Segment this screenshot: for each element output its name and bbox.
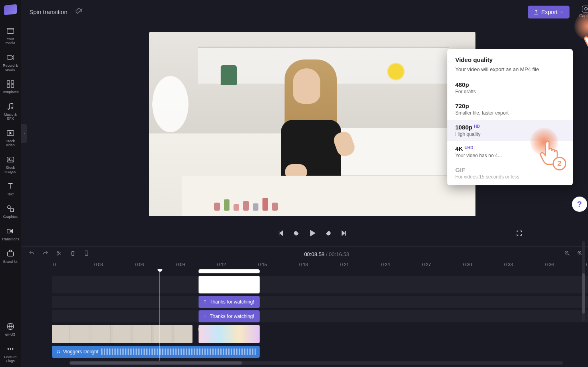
sidebar-label: Your media: [2, 37, 19, 45]
svg-point-6: [8, 108, 9, 110]
clip-media-white[interactable]: [199, 276, 260, 293]
timeline-tracks[interactable]: Thanks for watching! Thanks for watching…: [21, 269, 588, 361]
sidebar-item-transitions[interactable]: Transitions: [0, 223, 21, 245]
timeline-panel: 00:08.58 / 00:16.53 00:030:060:090:120:1…: [21, 246, 588, 367]
transitions-icon: [6, 227, 15, 236]
rewind-button[interactable]: [293, 230, 300, 238]
sidebar-item-record[interactable]: Record & create: [0, 49, 21, 76]
content-area: ? 00:08.58 / 00:16.53: [21, 24, 588, 367]
camera-icon: [6, 53, 15, 62]
brandkit-icon: [6, 249, 15, 258]
timeline-toolbar: 00:08.58 / 00:16.53: [21, 247, 588, 261]
sidebar-item-graphics[interactable]: Graphics: [0, 200, 21, 223]
sidebar-item-stock-images[interactable]: Stock images: [0, 151, 21, 178]
sidebar-item-flags[interactable]: Feature Flags: [0, 340, 21, 367]
play-button[interactable]: [308, 229, 317, 239]
svg-rect-14: [8, 252, 14, 256]
cc-icon: CC: [582, 6, 588, 12]
quality-option-4k[interactable]: 4KUHD Your video has no 4…: [447, 141, 573, 162]
svg-rect-3: [11, 81, 14, 83]
clip-text-2[interactable]: Thanks for watching!: [199, 310, 260, 322]
export-dropdown-title: Video quality: [447, 56, 573, 65]
svg-rect-12: [10, 209, 13, 211]
svg-point-21: [57, 254, 58, 255]
playback-controls: [21, 224, 588, 246]
text-icon: [6, 182, 15, 191]
undo-button[interactable]: [29, 250, 35, 258]
svg-rect-0: [7, 29, 14, 34]
sidebar-item-your-media[interactable]: Your media: [0, 23, 21, 49]
svg-point-10: [9, 158, 10, 160]
help-button[interactable]: ?: [572, 197, 587, 212]
clip-video-main[interactable]: [52, 325, 193, 343]
sidebar-item-templates[interactable]: Templates: [0, 76, 21, 98]
upload-icon: [533, 9, 539, 15]
svg-point-11: [8, 206, 10, 209]
svg-point-25: [57, 353, 57, 353]
video-preview[interactable]: [149, 32, 475, 216]
sidebar-label: Stock images: [2, 166, 19, 174]
quality-option-gif[interactable]: GIF For videos 15 seconds or less: [447, 162, 573, 184]
export-button[interactable]: Export: [528, 6, 570, 18]
sidebar-item-stock-video[interactable]: Stock video: [0, 125, 21, 151]
timecode-display: 00:08.58 / 00:16.53: [97, 251, 557, 257]
export-dropdown-subtitle: Your video will export as an MP4 file: [447, 65, 573, 77]
redo-button[interactable]: [42, 250, 49, 258]
zoom-out-button[interactable]: [564, 250, 570, 258]
phone-preview-button[interactable]: [83, 250, 90, 258]
quality-option-1080p[interactable]: 1080pHD High quality: [447, 120, 573, 141]
captions-button[interactable]: CC Captions: [579, 6, 588, 18]
sidebar-label: Templates: [2, 90, 18, 94]
export-label: Export: [541, 9, 557, 15]
chevron-down-icon: [560, 10, 564, 14]
sidebar-item-locale[interactable]: en-US: [0, 318, 21, 340]
sidebar-label: Transitions: [2, 237, 19, 241]
clip-audio[interactable]: Vloggers Delight: [52, 346, 260, 358]
templates-icon: [6, 80, 15, 88]
quality-option-480p[interactable]: 480p For drafts: [447, 77, 573, 98]
timeline-scrollbar-horizontal[interactable]: [70, 361, 563, 365]
svg-point-18: [12, 349, 13, 350]
current-time: 00:08.58: [304, 251, 325, 257]
sidebar-label: en-US: [5, 332, 16, 336]
project-title[interactable]: Spin transition: [29, 8, 68, 15]
app-logo[interactable]: [4, 4, 17, 15]
skip-forward-button[interactable]: [340, 230, 347, 238]
text-icon: [203, 314, 207, 319]
total-time: 00:16.53: [329, 251, 349, 257]
sidebar-label: Record & create: [2, 64, 19, 72]
top-bar: Spin transition Export CC Captions: [21, 0, 588, 24]
split-button[interactable]: [56, 250, 62, 258]
captions-label: Captions: [579, 14, 588, 18]
music-icon: [6, 102, 15, 111]
clip-overlay[interactable]: [199, 269, 260, 273]
fullscreen-button[interactable]: [516, 230, 523, 238]
media-icon: [6, 27, 15, 35]
playhead[interactable]: [160, 269, 160, 361]
dots-icon: [6, 344, 15, 353]
svg-rect-5: [11, 85, 14, 87]
svg-point-20: [57, 251, 58, 252]
clip-video-holo[interactable]: [199, 325, 260, 343]
sidebar-item-music[interactable]: Music & SFX: [0, 98, 21, 125]
svg-point-26: [59, 352, 59, 353]
sidebar-label: Text: [7, 192, 14, 196]
sidebar-item-text[interactable]: Text: [0, 178, 21, 200]
delete-button[interactable]: [70, 250, 76, 258]
cloud-off-icon[interactable]: [76, 7, 84, 17]
timeline-scrollbar-vertical[interactable]: [582, 241, 585, 322]
clip-text-1[interactable]: Thanks for watching!: [199, 296, 260, 308]
sidebar-label: Music & SFX: [2, 113, 19, 121]
svg-point-16: [8, 349, 9, 350]
main-area: Spin transition Export CC Captions: [21, 0, 588, 367]
quality-option-720p[interactable]: 720p Smaller file, faster export: [447, 98, 573, 120]
svg-rect-1: [7, 55, 12, 59]
svg-point-7: [12, 107, 13, 109]
expand-left-handle[interactable]: [21, 124, 27, 143]
stockvideo-icon: [6, 129, 15, 137]
forward-button[interactable]: [325, 230, 332, 238]
sidebar-label: Brand kit: [3, 260, 18, 264]
sidebar-item-brandkit[interactable]: Brand kit: [0, 245, 21, 268]
timeline-ruler[interactable]: 00:030:060:090:120:150:180:210:240:270:3…: [21, 261, 588, 269]
skip-back-button[interactable]: [277, 230, 285, 238]
